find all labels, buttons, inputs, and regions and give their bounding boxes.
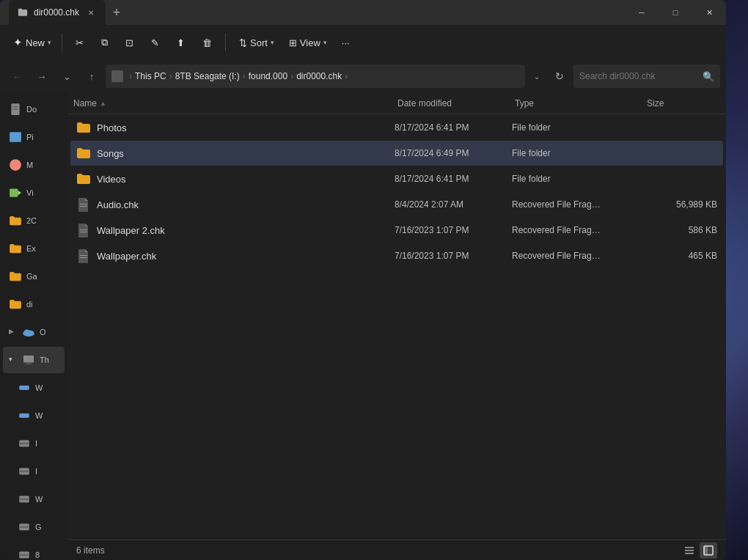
sidebar-item-2[interactable]: M bbox=[3, 152, 65, 178]
rename-button[interactable]: ✎ bbox=[144, 33, 166, 53]
sidebar-drive-icon-2 bbox=[18, 437, 31, 450]
file-explorer-window: dir0000.chk ✕ + ─ □ ✕ ✦ New ▾ ✂ ⧉ ⊡ ✎ bbox=[0, 0, 726, 560]
refresh-button[interactable]: ↻ bbox=[549, 65, 571, 87]
sidebar-pic-icon bbox=[9, 130, 22, 144]
back-button[interactable]: ← bbox=[6, 65, 28, 87]
svg-rect-26 bbox=[80, 206, 87, 207]
new-tab-button[interactable]: + bbox=[106, 1, 128, 23]
details-view-button[interactable] bbox=[700, 542, 717, 559]
file-size-wallpaper2: 586 KB bbox=[644, 225, 717, 235]
sidebar-doc-icon bbox=[9, 103, 22, 116]
breadcrumb-sep-2: › bbox=[243, 71, 246, 81]
up-button[interactable]: ↑ bbox=[81, 65, 103, 87]
sidebar-item-5[interactable]: Ex bbox=[3, 235, 65, 262]
sidebar-drive-icon-5 bbox=[18, 520, 31, 534]
sidebar-subitem-4[interactable]: W bbox=[3, 486, 65, 512]
view-dropdown-arrow: ▾ bbox=[323, 39, 327, 46]
share-button[interactable]: ⬆ bbox=[169, 33, 192, 53]
sidebar-item-label-3: Vi bbox=[26, 188, 34, 197]
name-sort-arrow: ▲ bbox=[100, 100, 106, 107]
file-row-wallpaper2[interactable]: Wallpaper 2.chk 7/16/2023 1:07 PM Recove… bbox=[70, 218, 723, 243]
status-bar: 6 items bbox=[67, 539, 726, 560]
col-header-type[interactable]: Type bbox=[515, 98, 647, 108]
active-tab[interactable]: dir0000.chk ✕ bbox=[9, 0, 106, 25]
file-row-audio[interactable]: Audio.chk 8/4/2024 2:07 AM Recovered Fil… bbox=[70, 192, 723, 217]
list-view-button[interactable] bbox=[681, 542, 698, 559]
sort-dropdown-arrow: ▾ bbox=[271, 39, 274, 46]
forward-button[interactable]: → bbox=[31, 65, 53, 87]
title-bar: dir0000.chk ✕ + ─ □ ✕ bbox=[0, 0, 726, 25]
file-type-videos: File folder bbox=[512, 174, 644, 184]
file-icon-wallpaper2 bbox=[76, 223, 91, 237]
more-options-button[interactable]: ··· bbox=[334, 33, 357, 53]
view-button[interactable]: ⊞ View ▾ bbox=[282, 33, 331, 53]
minimize-button[interactable]: ─ bbox=[625, 0, 659, 25]
breadcrumb-drive[interactable]: 8TB Seagate (I:) bbox=[175, 71, 240, 81]
sidebar: Do Pi M Vi bbox=[0, 92, 67, 560]
sidebar-drive-icon-0 bbox=[18, 381, 31, 394]
svg-point-4 bbox=[10, 159, 21, 171]
col-header-date[interactable]: Date modified bbox=[397, 98, 515, 108]
svg-rect-28 bbox=[80, 232, 87, 232]
sidebar-subitem-2[interactable]: I bbox=[3, 430, 65, 457]
svg-rect-12 bbox=[25, 364, 33, 364]
file-rows-container: Photos 8/17/2024 6:41 PM File folder bbox=[67, 114, 726, 539]
cut-button[interactable]: ✂ bbox=[68, 33, 91, 53]
breadcrumb-current[interactable]: dir0000.chk bbox=[296, 71, 342, 81]
col-header-name[interactable]: Name ▲ bbox=[73, 98, 397, 108]
sidebar-item-3[interactable]: Vi bbox=[3, 180, 65, 206]
new-dropdown-arrow: ▾ bbox=[48, 39, 51, 46]
svg-rect-24 bbox=[20, 554, 29, 556]
maximize-button[interactable]: □ bbox=[659, 0, 692, 25]
search-input[interactable] bbox=[579, 71, 698, 81]
sidebar-item-7[interactable]: di bbox=[3, 291, 65, 317]
sidebar-drive-icon-4 bbox=[18, 493, 31, 506]
file-name-text-videos: Videos bbox=[97, 174, 126, 185]
sidebar-item-0[interactable]: Do bbox=[3, 96, 65, 122]
file-name-text-photos: Photos bbox=[97, 122, 126, 133]
file-row-wallpaper[interactable]: Wallpaper.chk 7/16/2023 1:07 PM Recovere… bbox=[70, 243, 723, 268]
sidebar-item-6[interactable]: Ga bbox=[3, 263, 65, 290]
sidebar-subitem-1[interactable]: W bbox=[3, 402, 65, 429]
sort-button[interactable]: ⇅ Sort ▾ bbox=[232, 33, 279, 53]
address-dropdown-button[interactable]: ⌄ bbox=[528, 65, 546, 87]
sidebar-item-1[interactable]: Pi bbox=[3, 124, 65, 150]
file-name-audio: Audio.chk bbox=[76, 197, 395, 212]
recent-locations-button[interactable]: ⌄ bbox=[56, 65, 78, 87]
file-name-songs: Songs bbox=[76, 146, 395, 161]
close-button[interactable]: ✕ bbox=[692, 0, 726, 25]
svg-rect-14 bbox=[19, 413, 29, 418]
file-row-songs[interactable]: Songs 8/17/2024 6:49 PM File folder bbox=[70, 141, 723, 166]
sidebar-item-label-2: M bbox=[26, 161, 33, 169]
sidebar-item-4[interactable]: 2C bbox=[3, 207, 65, 234]
sidebar-video-icon bbox=[9, 186, 22, 199]
svg-rect-13 bbox=[19, 386, 29, 390]
sidebar-subitem-3[interactable]: I bbox=[3, 458, 65, 485]
breadcrumb-found[interactable]: found.000 bbox=[249, 71, 287, 81]
sidebar-subitem-5[interactable]: G bbox=[3, 514, 65, 540]
sidebar-item-pc[interactable]: ▾ Th bbox=[3, 347, 65, 373]
sidebar-item-label-1: Pi bbox=[26, 133, 34, 141]
delete-button[interactable]: 🗑 bbox=[195, 33, 219, 53]
file-row-videos[interactable]: Videos 8/17/2024 6:41 PM File folder bbox=[70, 166, 723, 191]
sidebar-item-cloud[interactable]: ▶ O bbox=[3, 319, 65, 345]
svg-rect-35 bbox=[704, 546, 708, 555]
copy-button[interactable]: ⧉ bbox=[94, 32, 115, 53]
file-row-photos[interactable]: Photos 8/17/2024 6:41 PM File folder bbox=[70, 115, 723, 140]
breadcrumb[interactable]: › This PC › 8TB Seagate (I:) › found.000… bbox=[106, 65, 525, 88]
svg-rect-29 bbox=[80, 255, 87, 256]
col-header-size[interactable]: Size bbox=[647, 98, 720, 108]
sidebar-subitem-6[interactable]: 8 bbox=[3, 542, 65, 560]
svg-rect-33 bbox=[685, 553, 694, 554]
breadcrumb-this-pc[interactable]: This PC bbox=[135, 71, 166, 81]
new-button[interactable]: ✦ New ▾ bbox=[6, 32, 56, 54]
file-name-wallpaper2: Wallpaper 2.chk bbox=[76, 223, 395, 237]
tab-close-button[interactable]: ✕ bbox=[85, 7, 97, 18]
file-date-songs: 8/17/2024 6:49 PM bbox=[395, 148, 512, 158]
sidebar-drive-icon-3 bbox=[18, 465, 31, 478]
svg-rect-32 bbox=[685, 550, 694, 551]
paste-button[interactable]: ⊡ bbox=[118, 33, 141, 53]
sidebar-subitem-0[interactable]: W bbox=[3, 375, 65, 401]
file-name-text-wallpaper: Wallpaper.chk bbox=[97, 251, 156, 262]
cut-icon: ✂ bbox=[76, 37, 84, 48]
